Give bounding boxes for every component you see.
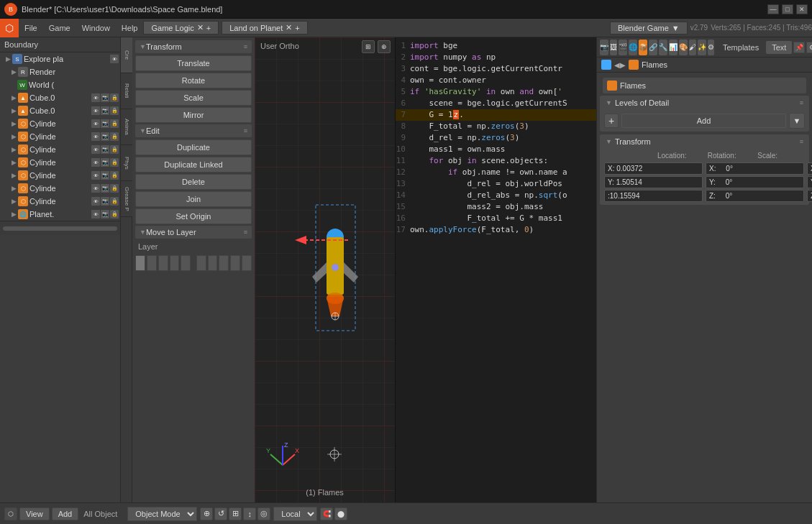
prop-icon-modifier[interactable]: 🔧 bbox=[659, 40, 667, 55]
cam-icon[interactable]: 📷 bbox=[101, 184, 109, 193]
eye-icon[interactable]: 👁 bbox=[91, 106, 100, 115]
transform-section-header[interactable]: ▼ Transform ≡ bbox=[135, 40, 252, 53]
eye-icon[interactable]: 👁 bbox=[91, 93, 100, 102]
flames-name-input[interactable] bbox=[620, 81, 802, 90]
rot-x-input[interactable] bbox=[706, 162, 804, 175]
lock-icon[interactable]: 🔒 bbox=[110, 210, 119, 219]
list-item[interactable]: ▶ ⬡ Cylinde 👁 📷 🔒 bbox=[0, 130, 120, 143]
eye-icon[interactable]: 👁 bbox=[91, 119, 100, 128]
maximize-button[interactable]: □ bbox=[782, 4, 793, 14]
list-item[interactable]: ▶ ⬡ Cylinde 👁 📷 🔒 bbox=[0, 156, 120, 169]
lod-dropdown-button[interactable]: ▼ bbox=[789, 113, 805, 129]
list-item[interactable]: ▶ ⬡ Cylinde 👁 📷 🔒 bbox=[0, 143, 120, 156]
prop-icon-camera[interactable]: 📷 bbox=[600, 40, 608, 55]
outliner-scrollbar[interactable] bbox=[0, 221, 120, 235]
engine-select[interactable]: Blender Game ▼ bbox=[610, 22, 688, 35]
outliner-item-explore[interactable]: ▶ S Explore pla 👁 bbox=[0, 52, 120, 65]
menu-game[interactable]: Game bbox=[43, 22, 76, 35]
tab-physics[interactable]: Phys bbox=[121, 145, 132, 181]
tab-relations[interactable]: Relati bbox=[121, 73, 132, 109]
lock-icon[interactable]: 🔒 bbox=[110, 93, 119, 102]
view-button[interactable]: View bbox=[19, 507, 50, 520]
prop-icon-render[interactable]: 🖼 bbox=[610, 40, 617, 55]
menu-window[interactable]: Window bbox=[76, 22, 116, 35]
scale-x-input[interactable] bbox=[807, 162, 812, 175]
outliner-item-cube0[interactable]: ▶ ▲ Cube.0 👁 📷 🔒 bbox=[0, 91, 120, 104]
layer-cell-3[interactable] bbox=[158, 255, 168, 271]
minimize-button[interactable]: — bbox=[767, 4, 779, 14]
camera-nav-icon[interactable]: ⊞ bbox=[362, 40, 375, 53]
list-item[interactable]: ▶ ⬡ Cylinde 👁 📷 🔒 bbox=[0, 169, 120, 182]
scale-z-input[interactable] bbox=[807, 190, 812, 202]
edit-section-header[interactable]: ▼ Edit ≡ bbox=[135, 124, 252, 137]
layer-cell-8[interactable] bbox=[219, 255, 229, 271]
tab-create[interactable]: Cre bbox=[121, 37, 132, 73]
layer-cell-7[interactable] bbox=[208, 255, 218, 271]
prop-icon-data[interactable]: 📊 bbox=[669, 40, 678, 55]
eye-icon[interactable]: 👁 bbox=[91, 171, 100, 180]
list-item[interactable]: ▶ ⬡ Cylinde 👁 📷 🔒 bbox=[0, 117, 120, 130]
duplicate-button[interactable]: Duplicate bbox=[135, 139, 252, 155]
cam-icon[interactable]: 📷 bbox=[101, 197, 109, 206]
props-pin-icon[interactable]: 📌 bbox=[793, 42, 805, 53]
list-item[interactable]: ▶ ⬡ Cylinde 👁 📷 🔒 bbox=[0, 195, 120, 208]
cam-icon[interactable]: 📷 bbox=[101, 145, 109, 154]
rotate-icon[interactable]: ↺ bbox=[214, 507, 227, 520]
cam-icon[interactable]: 📷 bbox=[101, 158, 109, 167]
lock-icon[interactable]: 🔒 bbox=[110, 119, 119, 128]
mode-select[interactable]: Object Mode bbox=[127, 507, 197, 521]
prop-icon-material[interactable]: 🎨 bbox=[679, 40, 688, 55]
layer-cell-5[interactable] bbox=[181, 255, 191, 271]
transform-prop-header[interactable]: ▼ Transform ≡ bbox=[600, 134, 809, 149]
lod-plus-button[interactable]: + bbox=[604, 114, 619, 128]
add-button[interactable]: Add bbox=[52, 507, 79, 520]
cam-icon[interactable]: 📷 bbox=[101, 132, 109, 141]
transform-space-icon[interactable]: ↕ bbox=[243, 507, 256, 520]
move-layer-section-header[interactable]: ▼ Move to Layer ≡ bbox=[135, 226, 252, 239]
view-name-tab[interactable]: Land on Planet ✕ + bbox=[222, 21, 307, 35]
cam-icon[interactable]: 📷 bbox=[101, 119, 109, 128]
scale-icon-bottom[interactable]: ⊞ bbox=[229, 507, 242, 520]
prop-icon-constraints[interactable]: 🔗 bbox=[649, 40, 657, 55]
layer-cell-10[interactable] bbox=[242, 255, 252, 271]
join-button[interactable]: Join bbox=[135, 191, 252, 207]
lod-add-button[interactable]: Add bbox=[621, 114, 786, 128]
outliner-item-render[interactable]: ▶ R Render bbox=[0, 65, 120, 78]
tab-grease[interactable]: Grease P bbox=[121, 181, 132, 217]
prop-icon-particles[interactable]: ✨ bbox=[698, 40, 706, 55]
tab-text[interactable]: Text bbox=[766, 41, 792, 54]
lock-icon[interactable]: 🔒 bbox=[110, 132, 119, 141]
loc-y-input[interactable] bbox=[604, 176, 703, 188]
rot-y-input[interactable] bbox=[706, 176, 804, 188]
prop-icon-world[interactable]: 🌐 bbox=[629, 40, 637, 55]
eye-icon[interactable]: 👁 bbox=[91, 210, 100, 219]
editor-type-select[interactable]: Game Logic ✕ + bbox=[143, 21, 219, 35]
eye-icon[interactable]: 👁 bbox=[110, 55, 119, 63]
prop-icon-object[interactable]: 📦 bbox=[639, 40, 647, 55]
lock-icon[interactable]: 🔒 bbox=[110, 197, 119, 206]
window-controls[interactable]: — □ ✕ bbox=[767, 4, 808, 14]
duplicate-linked-button[interactable]: Duplicate Linked bbox=[135, 157, 252, 173]
layer-cell-2[interactable] bbox=[147, 255, 157, 271]
viewport[interactable]: User Ortho ⊞ ⊕ bbox=[255, 37, 395, 502]
outliner-item-world[interactable]: W World ( bbox=[0, 78, 120, 91]
delete-button[interactable]: Delete bbox=[135, 174, 252, 190]
cam-icon[interactable]: 📷 bbox=[101, 93, 109, 102]
cam-icon[interactable]: 📷 bbox=[101, 210, 109, 219]
layer-cell-9[interactable] bbox=[230, 255, 240, 271]
menu-file[interactable]: File bbox=[19, 22, 43, 35]
rot-z-input[interactable] bbox=[706, 190, 804, 202]
lod-header[interactable]: ▼ Levels of Detail ≡ bbox=[600, 96, 809, 110]
scale-button[interactable]: Scale bbox=[135, 90, 252, 106]
outliner-item-cube1[interactable]: ▶ ▲ Cube.0 👁 📷 🔒 bbox=[0, 104, 120, 117]
lock-icon[interactable]: 🔒 bbox=[110, 106, 119, 115]
layer-cell-4[interactable] bbox=[170, 255, 180, 271]
eye-icon[interactable]: 👁 bbox=[91, 132, 100, 141]
prop-icon-physics[interactable]: ⚙ bbox=[708, 40, 714, 55]
layer-cell-1[interactable] bbox=[135, 255, 145, 271]
lock-icon[interactable]: 🔒 bbox=[110, 158, 119, 167]
close-button[interactable]: ✕ bbox=[796, 4, 808, 14]
list-item[interactable]: ▶ ⬡ Cylinde 👁 📷 🔒 bbox=[0, 182, 120, 195]
lock-icon[interactable]: 🔒 bbox=[110, 145, 119, 154]
bottom-blender-icon[interactable]: ⬡ bbox=[4, 507, 17, 520]
